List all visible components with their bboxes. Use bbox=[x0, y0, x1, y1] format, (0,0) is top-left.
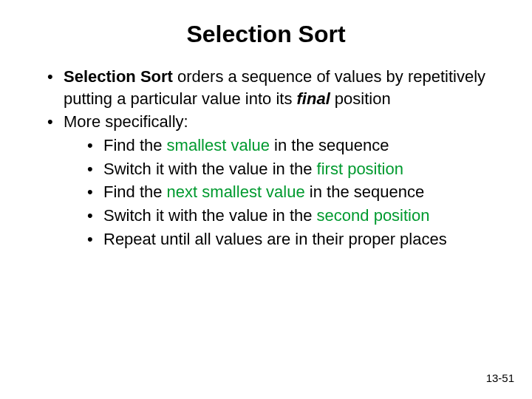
bullet2-lead: More specifically: bbox=[64, 112, 188, 131]
sub-item-1: Find the smallest value in the sequence bbox=[83, 134, 488, 157]
sub3-pre: Find the bbox=[103, 183, 167, 201]
sub1-post: in the sequence bbox=[270, 136, 389, 154]
bullet-item-2: More specifically: Find the smallest val… bbox=[44, 111, 488, 250]
sub3-post: in the sequence bbox=[305, 183, 424, 201]
sub1-pre: Find the bbox=[103, 136, 167, 154]
bullet-list: Selection Sort orders a sequence of valu… bbox=[44, 66, 488, 250]
page-number: 13-51 bbox=[486, 372, 514, 384]
term-selection-sort: Selection Sort bbox=[64, 67, 173, 86]
sub3-hl: next smallest value bbox=[167, 183, 305, 201]
sub4-pre: Switch it with the value in the bbox=[103, 206, 317, 225]
sub5-pre: Repeat until all values are in their pro… bbox=[103, 230, 447, 248]
sub-item-2: Switch it with the value in the first po… bbox=[83, 158, 488, 180]
sub4-hl: second position bbox=[317, 206, 430, 225]
slide-body: Selection Sort orders a sequence of valu… bbox=[0, 60, 532, 250]
sub-item-4: Switch it with the value in the second p… bbox=[83, 205, 488, 227]
sub-item-5: Repeat until all values are in their pro… bbox=[83, 228, 488, 250]
sub-item-3: Find the next smallest value in the sequ… bbox=[83, 181, 488, 203]
sub2-pre: Switch it with the value in the bbox=[103, 160, 317, 178]
sub-bullet-list: Find the smallest value in the sequence … bbox=[64, 134, 488, 250]
sub2-hl: first position bbox=[317, 160, 403, 178]
term-final: final bbox=[297, 89, 330, 108]
bullet-item-1: Selection Sort orders a sequence of valu… bbox=[44, 66, 488, 109]
bullet1-text-b: position bbox=[330, 89, 391, 108]
slide-title: Selection Sort bbox=[0, 0, 532, 60]
slide: Selection Sort Selection Sort orders a s… bbox=[0, 0, 532, 399]
sub1-hl: smallest value bbox=[167, 136, 270, 154]
